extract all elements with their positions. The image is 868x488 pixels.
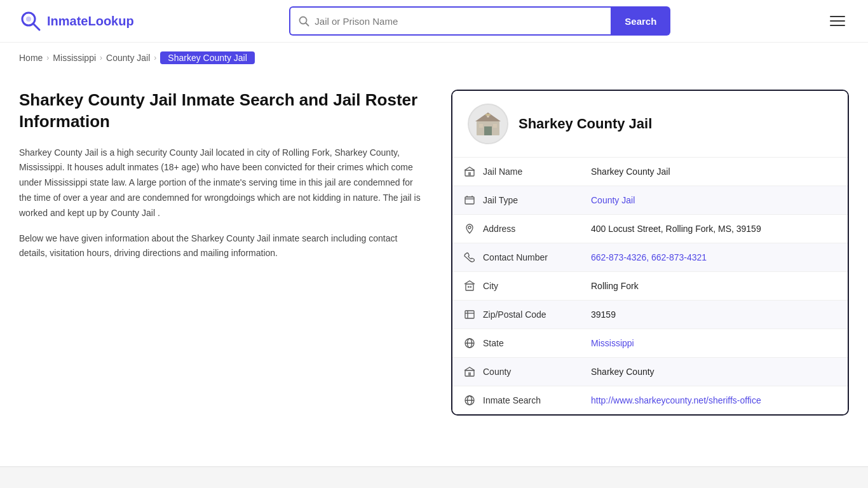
table-label-cell: Zip/Postal Code (452, 301, 580, 329)
table-value-cell: County Jail (580, 186, 848, 215)
main-content: Sharkey County Jail Inmate Search and Ja… (0, 71, 868, 441)
row-label-text: Jail Type (483, 195, 518, 205)
row-label-text: Address (483, 224, 515, 234)
table-value-link[interactable]: Mississippi (591, 338, 634, 348)
svg-rect-11 (485, 114, 491, 116)
table-value-cell: Mississippi (580, 329, 848, 358)
inmate-icon (464, 395, 477, 406)
svg-rect-8 (479, 124, 483, 128)
address-icon (464, 223, 477, 234)
page-description: Sharkey County Jail is a high security C… (19, 146, 426, 221)
hamburger-line-1 (830, 16, 845, 17)
county-icon (464, 366, 477, 377)
table-value-link[interactable]: County Jail (591, 195, 635, 205)
breadcrumb-sep-1: › (46, 53, 49, 62)
row-label-text: Jail Name (483, 166, 522, 177)
table-row: Jail NameSharkey County Jail (452, 158, 848, 186)
row-label-text: City (483, 281, 498, 291)
info-card: Sharkey County Jail Jail NameSharkey Cou… (451, 90, 849, 416)
svg-rect-29 (468, 372, 471, 376)
table-label-cell: Contact Number (452, 243, 580, 272)
type-icon (464, 194, 477, 206)
card-jail-name: Sharkey County Jail (519, 116, 652, 132)
page-title: Sharkey County Jail Inmate Search and Ja… (19, 90, 426, 133)
table-label-cell: Jail Name (452, 158, 580, 186)
table-value-link[interactable]: 662-873-4326, 662-873-4321 (591, 252, 707, 262)
table-value-cell: Sharkey County (580, 358, 848, 386)
breadcrumb-type[interactable]: County Jail (106, 53, 150, 63)
table-value-cell: Sharkey County Jail (580, 158, 848, 186)
hamburger-line-3 (830, 25, 845, 26)
logo-icon (19, 10, 42, 32)
phone-icon (464, 252, 477, 263)
svg-rect-20 (468, 286, 470, 288)
table-row: Inmate Searchhttp://www.sharkeycounty.ne… (452, 386, 848, 415)
breadcrumb-sep-3: › (154, 53, 156, 62)
jail-icon (464, 166, 477, 177)
table-label-cell: County (452, 358, 580, 386)
table-row: Address400 Locust Street, Rolling Fork, … (452, 215, 848, 243)
breadcrumb-current: Sharkey County Jail (160, 51, 255, 64)
jail-avatar (468, 104, 508, 144)
logo[interactable]: InmateLookup (19, 10, 134, 32)
table-value-link[interactable]: http://www.sharkeycounty.net/sheriffs-of… (591, 395, 761, 405)
breadcrumb-state[interactable]: Mississippi (53, 53, 96, 63)
table-row: CountySharkey County (452, 358, 848, 386)
city-icon (464, 280, 477, 292)
search-input[interactable] (315, 16, 603, 27)
svg-point-2 (26, 17, 31, 22)
table-value-text: 400 Locust Street, Rolling Fork, MS, 391… (591, 224, 761, 234)
table-value-text: 39159 (591, 309, 616, 320)
table-value-cell: http://www.sharkeycounty.net/sheriffs-of… (580, 386, 848, 415)
svg-point-3 (300, 17, 307, 24)
search-button[interactable]: Search (611, 6, 670, 36)
table-label-cell: Address (452, 215, 580, 243)
footer (0, 466, 868, 488)
state-icon (464, 337, 477, 349)
table-label-cell: Inmate Search (452, 386, 580, 415)
row-label-text: Inmate Search (483, 395, 541, 405)
table-row: Zip/Postal Code39159 (452, 301, 848, 329)
table-value-text: Rolling Fork (591, 281, 639, 291)
svg-line-1 (33, 24, 39, 30)
jail-building-icon (473, 109, 503, 139)
search-bar: Search (289, 6, 670, 36)
svg-rect-21 (470, 286, 472, 288)
row-label-text: Contact Number (483, 252, 548, 262)
logo-text: InmateLookup (47, 14, 134, 29)
table-value-text: Sharkey County Jail (591, 166, 670, 177)
breadcrumb: Home › Mississippi › County Jail › Shark… (0, 43, 868, 71)
row-label-text: State (483, 338, 504, 348)
left-column: Sharkey County Jail Inmate Search and Ja… (19, 90, 426, 261)
svg-point-18 (468, 226, 471, 229)
breadcrumb-sep-2: › (100, 53, 102, 62)
table-row: StateMississippi (452, 329, 848, 358)
breadcrumb-home[interactable]: Home (19, 53, 43, 63)
table-value-text: Sharkey County (591, 367, 654, 377)
svg-line-4 (306, 24, 309, 26)
svg-rect-9 (493, 124, 497, 128)
table-row: Jail TypeCounty Jail (452, 186, 848, 215)
table-value-cell: 39159 (580, 301, 848, 329)
svg-rect-7 (484, 126, 492, 135)
zip-icon (464, 309, 477, 320)
search-input-wrapper (289, 6, 611, 36)
right-column: Sharkey County Jail Jail NameSharkey Cou… (451, 90, 849, 416)
hamburger-line-2 (830, 20, 845, 22)
row-label-text: Zip/Postal Code (483, 309, 546, 320)
row-label-text: County (483, 367, 511, 377)
table-row: Contact Number662-873-4326, 662-873-4321 (452, 243, 848, 272)
site-header: InmateLookup Search (0, 0, 868, 43)
table-value-cell: 662-873-4326, 662-873-4321 (580, 243, 848, 272)
table-label-cell: State (452, 329, 580, 358)
table-label-cell: City (452, 272, 580, 301)
card-header: Sharkey County Jail (452, 91, 848, 158)
svg-rect-22 (465, 311, 474, 318)
hamburger-menu[interactable] (826, 12, 849, 30)
page-description-2: Below we have given information about th… (19, 231, 426, 262)
svg-rect-14 (465, 197, 474, 204)
search-icon (298, 15, 309, 27)
table-label-cell: Jail Type (452, 186, 580, 215)
svg-rect-19 (466, 284, 473, 290)
info-table: Jail NameSharkey County JailJail TypeCou… (452, 158, 848, 414)
